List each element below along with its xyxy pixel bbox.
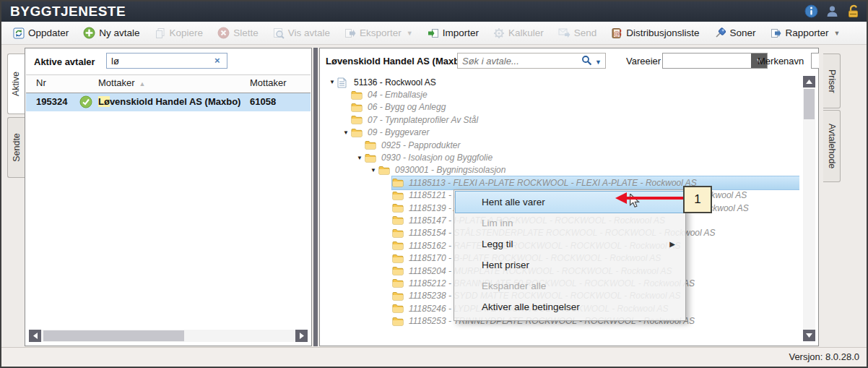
menu-item-hent-alle-varer[interactable]: Hent alle varer <box>456 192 684 213</box>
toolbar-button-slette: Slette <box>210 24 266 43</box>
menu-item-label: Lim inn <box>482 218 513 228</box>
vscroll-thumb[interactable] <box>804 89 815 119</box>
folder-icon <box>392 278 404 288</box>
scroll-left-icon[interactable] <box>29 330 41 342</box>
folder-icon <box>392 304 404 313</box>
scroll-up-icon[interactable] <box>803 76 815 87</box>
tree-node-label: 06 - Bygg og Anlegg <box>365 102 448 112</box>
folder-icon <box>392 215 404 225</box>
vareeier-combobox[interactable]: ▼ <box>662 53 768 69</box>
horizontal-scrollbar[interactable] <box>29 330 308 342</box>
distribution-list-icon: @ <box>611 27 622 39</box>
toolbar-button-label: Eksporter <box>360 27 402 38</box>
row-mottaker-nr: 61058 <box>250 96 276 107</box>
toolbar-button-soner[interactable]: Soner <box>707 24 763 43</box>
tree-node[interactable]: ▼0930 - Isolasjon og Byggfolie <box>323 151 799 163</box>
folder-icon <box>392 191 404 200</box>
titlebar: BYGGTJENESTE <box>1 1 867 22</box>
collapse-icon[interactable]: ▼ <box>368 167 378 174</box>
annotation-arrow-head-icon <box>615 192 627 204</box>
scroll-right-icon[interactable] <box>295 330 308 342</box>
menu-item-legg-til[interactable]: Legg til▶ <box>456 234 684 254</box>
menu-item-label: Aktiver alle betingelser <box>482 301 580 312</box>
hscroll-thumb[interactable] <box>43 330 184 341</box>
annotation-arrow <box>627 197 686 200</box>
toolbar-button-label: Kalkuler <box>508 27 544 38</box>
folder-icon <box>392 228 404 238</box>
toolbar-button-distribusjonsliste[interactable]: @Distribusjonsliste <box>604 24 706 43</box>
tree-node-label: 0925 - Papprodukter <box>379 140 462 150</box>
toolbar-button-vis-avtale: Vis avtale <box>266 24 337 43</box>
toolbar-button-ny-avtale[interactable]: Ny avtale <box>76 24 147 43</box>
merkenavn-label: Merkenavn <box>758 56 804 67</box>
info-icon[interactable] <box>804 4 819 19</box>
agreements-panel: Aktive avtaler × Nr Mottaker▲ Mottaker 1… <box>25 48 312 346</box>
submenu-arrow-icon: ▶ <box>669 240 675 248</box>
toolbar-button-label: Importer <box>443 27 479 38</box>
collapse-icon[interactable]: ▼ <box>355 155 365 161</box>
scroll-down-icon[interactable] <box>803 330 815 341</box>
menu-item-aktiver-alle-betingelser[interactable]: Aktiver alle betingelser <box>456 296 684 317</box>
merkenavn-input[interactable] <box>811 53 819 69</box>
folder-icon <box>351 90 363 100</box>
search-dropdown-icon[interactable]: ▼ <box>595 59 602 66</box>
refresh-icon <box>13 27 25 39</box>
toolbar-button-rapporter[interactable]: Rapporter▼ <box>763 24 848 43</box>
folder-icon <box>392 254 404 263</box>
tab-sendte[interactable]: Sendte <box>7 117 25 178</box>
tab-avtalehode[interactable]: Avtalehode <box>823 110 841 182</box>
tree-node[interactable]: 07 - Tynnplateprofiler Av Stål <box>323 114 799 126</box>
tree-node[interactable]: 06 - Bygg og Anlegg <box>323 101 799 114</box>
folder-icon <box>351 128 363 137</box>
dropdown-caret-icon: ▼ <box>407 30 413 37</box>
collapse-icon[interactable]: ▼ <box>341 129 351 136</box>
toolbar-button-kopiere: Kopiere <box>147 24 211 43</box>
column-header-nr[interactable]: Nr <box>36 77 46 88</box>
tab-aktive[interactable]: Aktive <box>7 54 25 114</box>
tab-sendte-label: Sendte <box>12 133 22 162</box>
tree-node-label: 51136 - Rockwool AS <box>352 77 438 87</box>
menu-item-hent-priser[interactable]: Hent priser <box>456 254 684 275</box>
row-name: Løvenskiold Handel AS (Maxbo) <box>98 96 240 107</box>
toolbar-button-label: Slette <box>233 27 259 38</box>
toolbar-button-label: Ny avtale <box>99 27 139 38</box>
toolbar-button-oppdater[interactable]: Oppdater <box>6 24 76 43</box>
menu-item-label: Ekspander alle <box>482 281 546 291</box>
app-window: BYGGTJENESTE OppdaterNy avtaleKopiereSle… <box>0 0 868 368</box>
toolbar: OppdaterNy avtaleKopiereSletteVis avtale… <box>1 22 867 45</box>
toolbar-button-eksporter: Eksporter▼ <box>337 24 420 43</box>
clear-search-icon[interactable]: × <box>214 55 220 66</box>
table-row[interactable]: 195324 Løvenskiold Handel AS (Maxbo) 610… <box>26 93 311 111</box>
search-icon[interactable] <box>581 55 592 69</box>
tab-avtalehode-label: Avtalehode <box>827 124 837 168</box>
table-header: Nr Mottaker▲ Mottaker <box>26 74 311 94</box>
document-icon <box>337 77 349 87</box>
menu-item-label: Legg til <box>482 239 513 249</box>
user-icon[interactable] <box>825 4 840 19</box>
column-header-mottaker[interactable]: Mottaker▲ <box>98 77 146 88</box>
tree-node[interactable]: 04 - Emballasje <box>323 88 799 100</box>
tree-node[interactable]: ▼51136 - Rockwool AS <box>323 76 799 88</box>
folder-icon <box>365 153 376 163</box>
folder-icon <box>378 166 390 175</box>
tree-node-label: 09 - Byggevarer <box>365 127 431 137</box>
row-nr: 195324 <box>36 96 67 107</box>
panel-splitter[interactable] <box>313 48 318 346</box>
tree-node[interactable]: 0925 - Papprodukter <box>323 139 799 151</box>
tab-priser[interactable]: Priser <box>823 54 841 108</box>
toolbar-button-importer[interactable]: Importer <box>420 24 486 43</box>
tree-node[interactable]: 11185113 - FLEXI A-PLATE ROCKWOOL - FLEX… <box>323 176 799 189</box>
vertical-scrollbar[interactable] <box>803 76 815 341</box>
folder-icon <box>392 178 404 187</box>
app-title: BYGGTJENESTE <box>10 1 126 22</box>
send-icon <box>558 27 570 38</box>
folder-icon <box>351 115 363 124</box>
view-icon <box>273 27 285 39</box>
tree-node[interactable]: ▼0930001 - Bygningsisolasjon <box>323 164 799 176</box>
column-header-mottaker-nr[interactable]: Mottaker <box>250 77 287 88</box>
collapse-icon[interactable]: ▼ <box>327 79 337 85</box>
tree-node[interactable]: ▼09 - Byggevarer <box>323 127 799 139</box>
folder-icon <box>392 266 404 275</box>
lock-icon[interactable] <box>846 4 861 19</box>
agreements-search-input[interactable] <box>106 53 227 69</box>
